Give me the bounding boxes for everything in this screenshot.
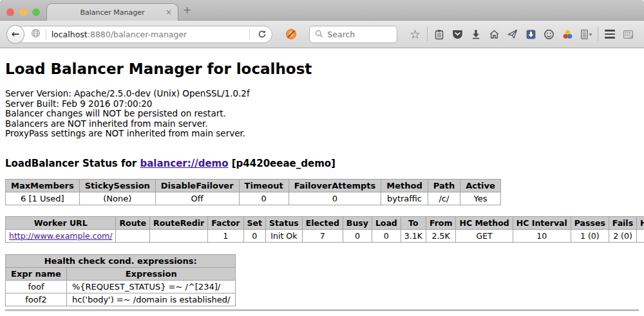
send-icon[interactable] [504, 29, 522, 39]
cell-hc-method: GET [456, 229, 513, 242]
inherit-note-line: Balancers are NOT inherited from main se… [5, 119, 639, 129]
cell-path: /c/ [428, 192, 460, 205]
globe-icon [31, 28, 41, 41]
cell-passes: 1 (0) [571, 229, 609, 242]
browser-window: Balancer Manager × + ← localhost:8880/ba… [0, 0, 644, 316]
cell-routeredir [150, 229, 208, 242]
col-factor: Factor [208, 216, 243, 229]
col-expr-name: Expr name [6, 267, 67, 280]
addon-blocked-icon[interactable] [282, 28, 300, 40]
col-fails: Fails [609, 216, 636, 229]
cell-expr-name: foof2 [6, 293, 67, 306]
col-route: Route [116, 216, 150, 229]
cell-to: 3.1K [401, 229, 426, 242]
table-row: 6 [1 Used] (None) Off 0 0 bytraffic /c/ … [6, 192, 501, 205]
url-separator2 [249, 29, 250, 40]
page-title: Load Balancer Manager for localhost [5, 48, 639, 77]
url-separator [46, 29, 46, 40]
health-check-table: Health check cond. expressions: Expr nam… [5, 254, 236, 306]
col-expression: Expression [66, 267, 236, 280]
col-hc-interval: HC Interval [513, 216, 571, 229]
table-row: foof %{REQUEST_STATUS} =~ /^[234]/ [6, 280, 236, 293]
search-bar[interactable] [309, 26, 397, 43]
table-row: http://www.example.com/ 1 0 Init Ok 7 0 … [6, 229, 644, 242]
colorful-extension-icon[interactable] [558, 29, 576, 40]
worker-table: Worker URL Route RouteRedir Factor Set S… [5, 216, 644, 243]
server-built-line: Server Built: Feb 9 2016 07:00:20 [5, 99, 639, 109]
cell-worker-url: http://www.example.com/ [6, 229, 116, 242]
search-input[interactable] [327, 30, 392, 39]
reading-list-icon[interactable] [430, 29, 448, 40]
col-stickysession: StickySession [79, 179, 155, 192]
cell-hc-uri [637, 229, 644, 242]
cell-disablefailover: Off [155, 192, 239, 205]
menu-icon[interactable] [601, 30, 619, 39]
zoom-window-button[interactable] [32, 8, 40, 16]
table-header-row: MaxMembers StickySession DisableFailover… [6, 179, 501, 192]
url-input[interactable]: localhost:8880/balancer-manager [52, 30, 244, 39]
col-elected: Elected [302, 216, 343, 229]
cell-busy: 0 [343, 229, 372, 242]
col-status: Status [266, 216, 303, 229]
pocket-icon[interactable] [448, 29, 466, 39]
cell-failoverattempts: 0 [289, 192, 381, 205]
col-hc-method: HC Method [456, 216, 513, 229]
cell-active: Yes [460, 192, 501, 205]
cell-elected: 7 [302, 229, 343, 242]
window-controls [6, 8, 40, 16]
cell-route [116, 229, 150, 242]
video-download-icon[interactable] [522, 29, 540, 40]
cell-stickysession: (None) [79, 192, 155, 205]
col-to: To [401, 216, 426, 229]
col-active: Active [460, 179, 501, 192]
tab-bar: Balancer Manager × + [0, 0, 644, 21]
back-button[interactable]: ← [6, 25, 24, 44]
col-routeredir: RouteRedir [150, 216, 208, 229]
col-maxmembers: MaxMembers [6, 179, 80, 192]
proxypass-note-line: ProxyPass settings are NOT inherited fro… [5, 129, 639, 139]
home-icon[interactable] [485, 29, 503, 39]
balancer-settings-table: MaxMembers StickySession DisableFailover… [5, 179, 501, 205]
navigation-toolbar: ← localhost:8880/balancer-manager ☆ [0, 21, 644, 48]
chevron-down-icon[interactable]: ▾ [589, 32, 592, 37]
col-path: Path [428, 179, 460, 192]
keyboard-grid-icon[interactable] [620, 29, 638, 40]
cell-method: bytraffic [381, 192, 428, 205]
download-icon[interactable] [467, 29, 485, 39]
reload-icon[interactable] [255, 30, 269, 39]
cell-expr-name: foof [6, 280, 67, 293]
tab-balancer-manager[interactable]: Balancer Manager × [46, 3, 178, 21]
cell-factor: 1 [208, 229, 243, 242]
table-row: foof2 hc('body') =~ /domain is establish… [6, 293, 236, 306]
col-set: Set [243, 216, 265, 229]
balancer-demo-link[interactable]: balancer://demo [140, 158, 228, 169]
cell-expression: %{REQUEST_STATUS} =~ /^[234]/ [66, 280, 236, 293]
cell-expression: hc('body') =~ /domain is established/ [66, 293, 236, 306]
worker-url-link[interactable]: http://www.example.com/ [9, 231, 112, 241]
col-busy: Busy [343, 216, 372, 229]
cell-set: 0 [243, 229, 265, 242]
toolbar-separator [427, 27, 428, 41]
col-from: From [426, 216, 456, 229]
col-disablefailover: DisableFailover [155, 179, 239, 192]
bookmark-star-icon[interactable]: ☆ [406, 28, 424, 41]
sidebar-list-icon[interactable]: ▾ [577, 29, 595, 40]
url-domain: localhost [52, 30, 88, 39]
tab-close-icon[interactable]: × [166, 8, 172, 17]
close-window-button[interactable] [6, 8, 14, 16]
cell-hc-interval: 10 [513, 229, 571, 242]
persist-note-line: Balancer changes will NOT be persisted o… [5, 109, 639, 119]
url-bar[interactable]: localhost:8880/balancer-manager [15, 26, 272, 43]
status-prefix: LoadBalancer Status for [5, 158, 140, 169]
col-method: Method [381, 179, 428, 192]
chat-smiley-icon[interactable] [540, 29, 558, 40]
toolbar-separator2 [598, 27, 598, 41]
table-header-row: Worker URL Route RouteRedir Factor Set S… [6, 216, 644, 229]
bottom-divider [5, 310, 639, 311]
cell-from: 2.5K [426, 229, 456, 242]
new-tab-button[interactable]: + [183, 4, 191, 16]
cell-maxmembers: 6 [1 Used] [6, 192, 80, 205]
cell-load: 0 [372, 229, 401, 242]
url-path: :8880/balancer-manager [88, 30, 187, 39]
minimize-window-button[interactable] [19, 8, 27, 16]
